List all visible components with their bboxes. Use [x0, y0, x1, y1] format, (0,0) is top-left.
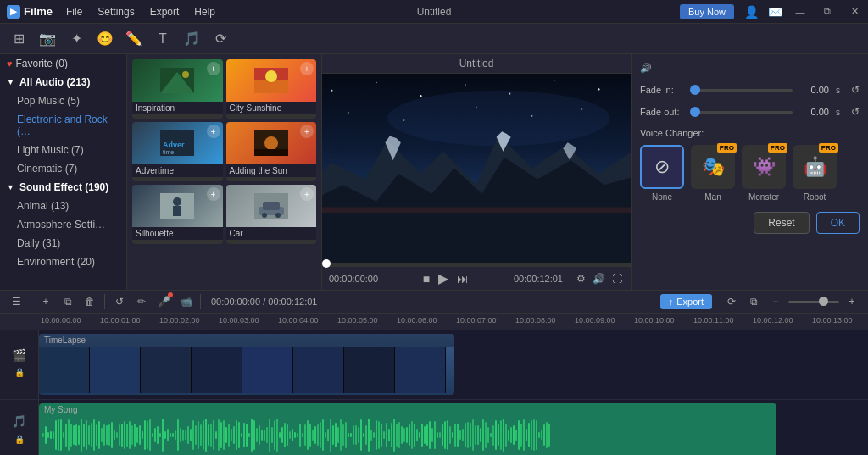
wave-bar — [531, 420, 532, 449]
voice-robot[interactable]: 🤖 PRO Robot — [793, 145, 837, 202]
export-button[interactable]: ↑ Export — [660, 294, 712, 309]
bc-menu-icon[interactable]: ☰ — [7, 292, 25, 311]
menu-file[interactable]: File — [59, 4, 89, 19]
sidebar-animal[interactable]: Animal (13) — [0, 197, 126, 215]
svg-point-10 — [264, 136, 278, 150]
frame — [141, 347, 192, 393]
menu-settings[interactable]: Settings — [91, 4, 141, 19]
sidebar-environment[interactable]: Environment (20) — [0, 252, 126, 271]
maximize-button[interactable]: ⧉ — [814, 0, 841, 24]
fullscreen-icon[interactable]: ⛶ — [610, 271, 624, 286]
wave-bar — [200, 424, 202, 446]
fade-out-thumb[interactable] — [690, 107, 700, 117]
bc-fit-icon[interactable]: ⟳ — [722, 292, 741, 311]
bc-zoom-in-icon[interactable]: + — [843, 292, 861, 311]
bc-copy-icon[interactable]: ⧉ — [58, 292, 77, 311]
sidebar-daily[interactable]: Daily (31) — [0, 234, 126, 252]
stop-button[interactable]: ■ — [421, 270, 431, 287]
preview-progress-bar[interactable] — [322, 263, 631, 266]
audio-track-content[interactable]: My Song — [39, 400, 868, 455]
track-lock-icon[interactable]: 🔒 — [10, 363, 29, 382]
wave-bar — [210, 424, 212, 447]
audio-track-lock-icon[interactable]: 🔒 — [10, 430, 29, 448]
voice-changer-section: Voice Changer: ⊘ None 🎭 PRO Man 👾 PRO Mo… — [640, 128, 860, 202]
bc-delete-icon[interactable]: 🗑 — [81, 292, 99, 311]
media-item-advertime[interactable]: Adver time + Advertime — [132, 122, 223, 181]
frame — [395, 347, 446, 393]
audio-clip[interactable]: My Song — [39, 403, 776, 455]
bc-zoom-out-icon[interactable]: − — [766, 292, 785, 311]
play-button[interactable]: ▶ — [437, 269, 450, 288]
settings-icon[interactable]: ⚙ — [575, 271, 587, 286]
wave-bar — [223, 420, 225, 451]
voice-man[interactable]: 🎭 PRO Man — [691, 145, 735, 202]
toolbar-text-icon[interactable]: T — [151, 27, 175, 51]
sidebar-pop-music[interactable]: Pop Music (5) — [0, 92, 126, 110]
sidebar-sound-effect[interactable]: ▼ Sound Effect (190) — [0, 178, 126, 197]
sidebar-light-music[interactable]: Light Music (7) — [0, 141, 126, 159]
voice-none[interactable]: ⊘ None — [640, 145, 684, 202]
user-icon[interactable]: 👤 — [739, 0, 763, 24]
media-item-silhouette[interactable]: + Silhouette — [132, 185, 223, 244]
fade-out-row: Fade out: 0.00 s ↺ — [640, 106, 860, 118]
toolbar-edit-icon[interactable]: ✏️ — [122, 27, 146, 51]
bc-mic-icon[interactable]: 🎤 — [154, 292, 173, 311]
wave-bar — [533, 419, 535, 451]
ok-button[interactable]: OK — [816, 212, 860, 234]
sidebar-favorite[interactable]: ♥ Favorite (0) — [0, 54, 126, 73]
media-item-car[interactable]: + Car — [226, 185, 317, 244]
media-item-citysunshine[interactable]: + City Sunshine — [226, 59, 317, 119]
volume-icon[interactable]: 🔊 — [591, 271, 607, 286]
sidebar-atmosphere[interactable]: Atmosphere Setti… — [0, 215, 126, 234]
sidebar-cinematic[interactable]: Cinematic (7) — [0, 159, 126, 178]
minimize-button[interactable]: — — [787, 0, 814, 24]
bc-camera-icon[interactable]: 📹 — [176, 292, 195, 311]
fade-in-thumb[interactable] — [690, 85, 700, 95]
menu-export[interactable]: Export — [143, 4, 186, 19]
menu-help[interactable]: Help — [187, 4, 222, 19]
video-clip[interactable]: TimeLapse — [39, 334, 454, 395]
bc-add-icon[interactable]: + — [36, 292, 55, 311]
fade-out-reset-icon[interactable]: ↺ — [851, 106, 860, 118]
next-frame-button[interactable]: ⏭ — [455, 270, 470, 287]
toolbar-sticker-icon[interactable]: 😊 — [93, 27, 117, 51]
media-item-inspiration[interactable]: + Inspiration — [132, 59, 223, 119]
fade-out-track[interactable] — [693, 111, 793, 114]
bc-undo-icon[interactable]: ↺ — [110, 292, 129, 311]
toolbar-magic-icon[interactable]: ⟳ — [209, 27, 232, 51]
toolbar-effects-icon[interactable]: ✦ — [64, 27, 88, 51]
fade-in-track[interactable] — [693, 89, 793, 92]
buy-now-button[interactable]: Buy Now — [680, 4, 734, 19]
fade-in-reset-icon[interactable]: ↺ — [851, 84, 860, 96]
toolbar-camera-icon[interactable]: 📷 — [36, 27, 59, 51]
zoom-slider[interactable] — [788, 301, 839, 303]
sidebar-all-audio[interactable]: ▼ All Audio (213) — [0, 73, 126, 92]
wave-bar — [126, 424, 128, 446]
preview-progress-thumb[interactable] — [322, 259, 331, 268]
add-icon[interactable]: + — [300, 62, 314, 75]
bottom-controls: ☰ + ⧉ 🗑 ↺ ✏ 🎤 📹 00:00:00:00 / 00:00:12:0… — [0, 290, 868, 314]
video-track-content[interactable]: TimeLapse — [39, 330, 868, 399]
close-button[interactable]: ✕ — [841, 0, 868, 24]
voice-monster[interactable]: 👾 PRO Monster — [742, 145, 786, 202]
voice-none-btn[interactable]: ⊘ — [640, 145, 684, 189]
media-item-addingsun[interactable]: + Adding the Sun — [226, 122, 317, 181]
wave-bar — [492, 425, 494, 446]
voice-man-label: Man — [704, 192, 721, 202]
add-icon[interactable]: + — [207, 125, 220, 138]
toolbar-media-icon[interactable]: ⊞ — [7, 27, 31, 51]
toolbar-music-icon[interactable]: 🎵 — [180, 27, 203, 51]
add-icon[interactable]: + — [207, 187, 220, 201]
zoom-thumb[interactable] — [819, 297, 828, 306]
wave-bar — [378, 421, 380, 449]
frame — [344, 347, 395, 393]
add-icon[interactable]: + — [300, 125, 314, 138]
notification-icon[interactable]: ✉️ — [763, 0, 787, 24]
bc-crop-icon[interactable]: ⧉ — [744, 292, 763, 311]
add-icon[interactable]: + — [207, 62, 220, 75]
add-icon[interactable]: + — [300, 187, 314, 201]
sidebar-electronic-rock[interactable]: Electronic and Rock (… — [0, 110, 126, 141]
wave-bar — [482, 419, 484, 451]
bc-draw-icon[interactable]: ✏ — [132, 292, 151, 311]
reset-button[interactable]: Reset — [754, 212, 809, 234]
